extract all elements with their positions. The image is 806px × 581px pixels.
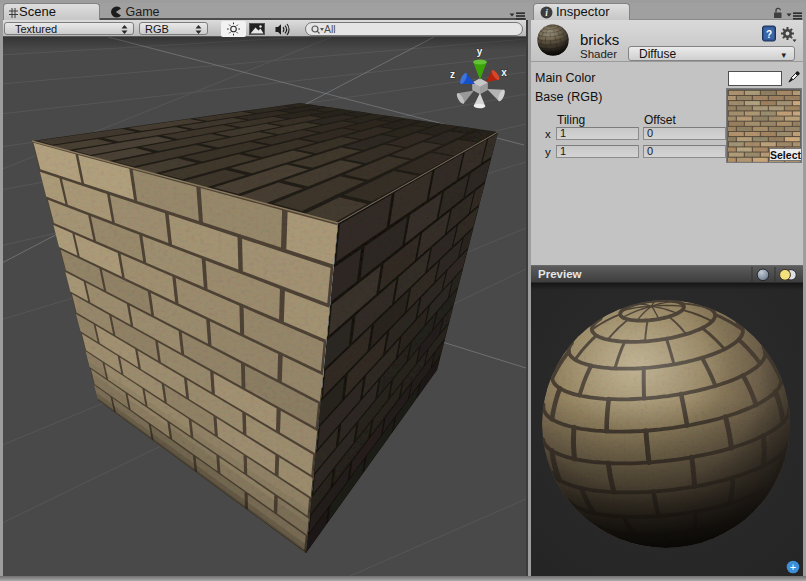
- svg-text:i: i: [545, 8, 548, 18]
- svg-text:x: x: [501, 67, 507, 78]
- svg-text:y: y: [477, 46, 483, 57]
- svg-text:?: ?: [766, 29, 772, 40]
- svg-text:+: +: [790, 561, 796, 573]
- svg-text:z: z: [450, 69, 455, 80]
